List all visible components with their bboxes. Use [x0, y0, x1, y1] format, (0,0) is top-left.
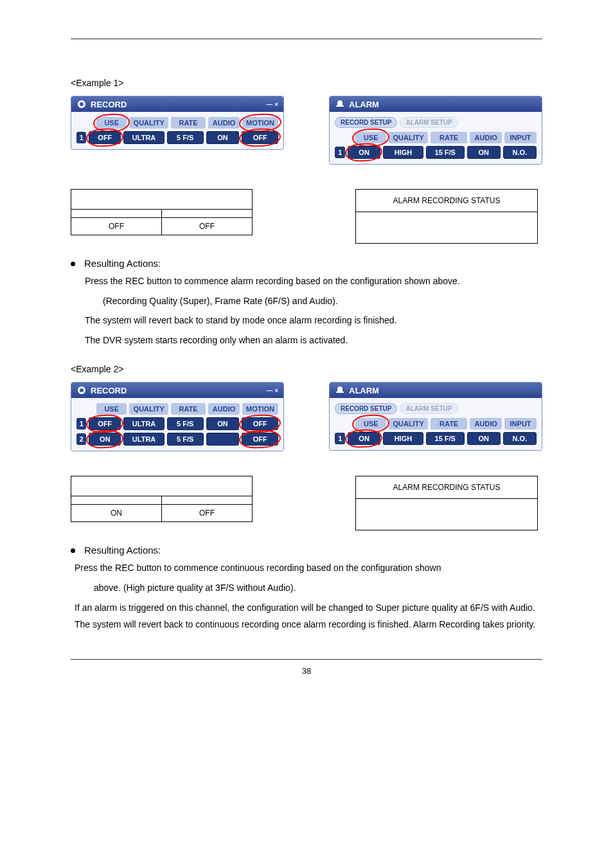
p1-l2: (Recording Quality (Super), Frame Rate (…: [103, 293, 542, 310]
record-panel-header: RECORD — ×: [71, 96, 283, 112]
val-audio[interactable]: ON: [206, 417, 240, 430]
col-use: USE: [96, 117, 127, 129]
col-quality: QUALITY: [129, 403, 168, 415]
bullet-ex2: Resulting Actions:: [71, 545, 542, 556]
val-audio[interactable]: ON: [206, 131, 240, 144]
example2-heading: <Example 2>: [71, 364, 542, 374]
col-audio: AUDIO: [208, 403, 240, 415]
col-quality: QUALITY: [389, 418, 428, 429]
panel-window-controls: — ×: [266, 101, 278, 108]
example1-heading: <Example 1>: [71, 78, 542, 88]
alarm-title: ALARM: [349, 100, 379, 109]
col-audio: AUDIO: [208, 117, 240, 129]
alarm-icon: [335, 99, 345, 109]
svg-point-3: [80, 388, 84, 392]
val-quality[interactable]: ULTRA: [123, 131, 164, 144]
status-table-ex1-right: ALARM RECORDING STATUS: [355, 189, 538, 244]
bottom-rule: [71, 659, 542, 660]
col-use: USE: [355, 418, 386, 429]
cell-off: OFF: [162, 505, 253, 522]
val-use[interactable]: OFF: [89, 131, 121, 144]
record-icon: [76, 99, 87, 109]
val-rate[interactable]: 5 F/S: [167, 131, 204, 144]
status-table-ex1-left: OFFOFF: [71, 189, 253, 235]
alarm-title-2: ALARM: [349, 386, 379, 395]
cell-off-1: OFF: [71, 218, 162, 235]
val-audio[interactable]: ON: [467, 146, 501, 159]
alarm-panel: ALARM RECORD SETUP ALARM SETUP USE QUALI…: [329, 96, 542, 165]
col-use: USE: [96, 403, 127, 415]
col-rate: RATE: [431, 418, 467, 429]
val-motion[interactable]: OFF: [242, 417, 278, 430]
alarm-rec-status-2: ALARM RECORDING STATUS: [356, 476, 538, 499]
svg-point-1: [80, 102, 84, 106]
val-motion[interactable]: OFF: [242, 433, 278, 446]
alarm-panel-header-2: ALARM: [330, 383, 542, 398]
alarm-panel-2: ALARM RECORD SETUP ALARM SETUP USE QUALI…: [329, 382, 542, 451]
col-quality: QUALITY: [129, 117, 168, 129]
row-num: 1: [335, 433, 345, 444]
cell-off-2: OFF: [162, 218, 253, 235]
col-input: INPUT: [504, 132, 537, 143]
val-input[interactable]: N.O.: [503, 146, 537, 159]
bullet-ex1: Resulting Actions:: [71, 258, 542, 269]
status-table-ex2-right: ALARM RECORDING STATUS: [355, 476, 538, 530]
row-num: 1: [335, 147, 345, 158]
col-motion: MOTION: [242, 117, 278, 129]
val-quality[interactable]: HIGH: [383, 146, 423, 159]
panel-window-controls: — ×: [266, 387, 278, 394]
col-input: INPUT: [504, 418, 537, 429]
col-use: USE: [355, 132, 386, 143]
col-audio: AUDIO: [470, 418, 502, 429]
record-panel: RECORD — × USE QUALITY RATE AUDIO MOTION…: [71, 96, 284, 150]
record-panel-header-2: RECORD — ×: [71, 383, 283, 398]
val-rate[interactable]: 5 F/S: [167, 417, 204, 430]
tab-alarm-setup[interactable]: ALARM SETUP: [400, 403, 458, 414]
val-use[interactable]: OFF: [89, 417, 121, 430]
resulting-actions-label: Resulting Actions:: [84, 258, 161, 269]
val-quality[interactable]: ULTRA: [123, 417, 164, 430]
val-input[interactable]: N.O.: [503, 432, 537, 445]
val-use[interactable]: ON: [348, 146, 380, 159]
record-panel-2: RECORD — × USE QUALITY RATE AUDIO MOTION…: [71, 382, 284, 451]
cell-on: ON: [71, 505, 162, 522]
tab-record-setup[interactable]: RECORD SETUP: [335, 403, 397, 414]
p1-l4: The DVR system starts recording only whe…: [85, 332, 542, 349]
record-title-2: RECORD: [91, 386, 127, 395]
row-num: 1: [76, 132, 86, 143]
val-rate[interactable]: 15 F/S: [426, 146, 465, 159]
val-use[interactable]: ON: [348, 432, 380, 445]
val-use[interactable]: ON: [89, 433, 121, 446]
page-number: 38: [71, 666, 542, 676]
val-quality[interactable]: ULTRA: [123, 433, 164, 446]
record-title: RECORD: [91, 100, 127, 109]
val-rate[interactable]: 5 F/S: [167, 433, 204, 446]
top-rule: [71, 39, 542, 39]
col-rate: RATE: [171, 403, 206, 415]
p2-l3: If an alarm is triggered on this channel…: [75, 599, 542, 633]
val-quality[interactable]: HIGH: [383, 432, 423, 445]
col-motion: MOTION: [242, 403, 278, 415]
resulting-actions-label-2: Resulting Actions:: [84, 545, 161, 556]
p1-l1: Press the REC button to commence alarm r…: [85, 273, 542, 290]
val-motion[interactable]: OFF: [242, 131, 278, 144]
alarm-icon: [335, 385, 345, 395]
row-num: 1: [76, 418, 86, 429]
row-num: 2: [76, 433, 86, 445]
status-table-ex2-left: ONOFF: [71, 476, 253, 522]
val-rate[interactable]: 15 F/S: [426, 432, 465, 445]
alarm-rec-status: ALARM RECORDING STATUS: [356, 190, 538, 212]
tab-record-setup[interactable]: RECORD SETUP: [335, 117, 397, 128]
p2-l1: Press the REC button to commence continu…: [75, 559, 542, 577]
col-quality: QUALITY: [389, 132, 428, 143]
alarm-panel-header: ALARM: [330, 96, 542, 112]
p1-l3: The system will revert back to stand by …: [85, 312, 542, 329]
tab-alarm-setup[interactable]: ALARM SETUP: [400, 117, 458, 128]
record-icon: [76, 385, 87, 395]
val-audio[interactable]: [206, 433, 240, 446]
p2-l2: above. (High picture quality at 3F/S wit…: [94, 579, 542, 597]
col-rate: RATE: [431, 132, 467, 143]
val-audio[interactable]: ON: [467, 432, 501, 445]
col-audio: AUDIO: [470, 132, 502, 143]
col-rate: RATE: [171, 117, 206, 129]
